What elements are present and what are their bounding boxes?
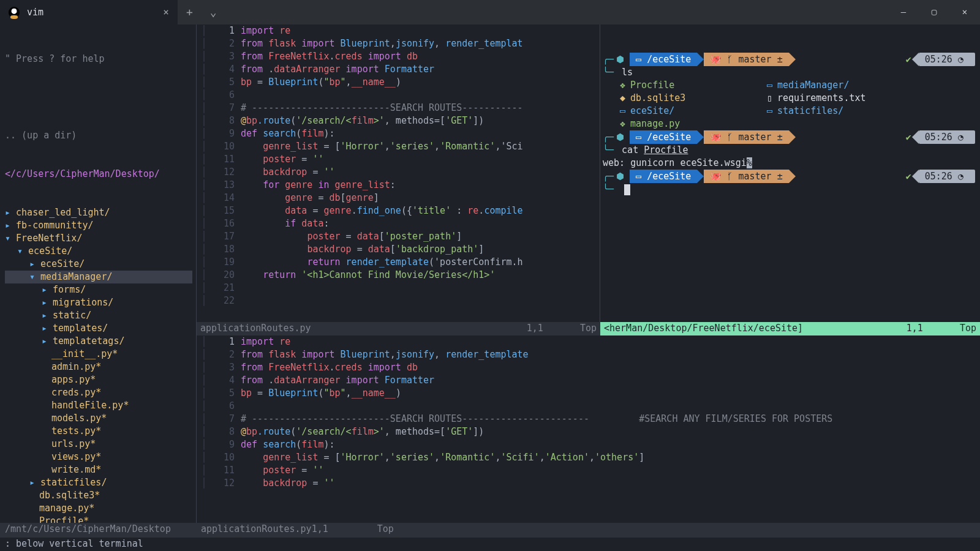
ls-entry: staticfiles/ <box>777 105 843 116</box>
tree-file[interactable]: db.sqlite3* <box>5 489 192 502</box>
tree-folder[interactable]: FreeNetflix/ <box>5 232 192 245</box>
tab-dropdown-icon[interactable]: ⌄ <box>202 4 225 20</box>
ls-entry: Procfile <box>630 80 674 91</box>
status-pos: 1,1 <box>527 322 543 335</box>
window-titlebar: vim × + ⌄ — ▢ ✕ <box>0 0 980 24</box>
minimize-button[interactable]: — <box>888 6 919 18</box>
term-status-pos: 1,1 <box>907 322 923 335</box>
terminal-prompt: ╭─⬢ ▭ /eceSite🐙 ᚶ master ±✔05:26 <box>603 130 975 144</box>
status-ok-icon: ✔ <box>906 53 911 66</box>
file-icon: ▭ <box>620 105 625 116</box>
status-ok-icon: ✔ <box>906 131 911 144</box>
tab-title: vim <box>27 6 43 19</box>
status-ok-icon: ✔ <box>906 170 911 183</box>
tree-folder[interactable]: forms/ <box>5 283 192 296</box>
prompt-hook-icon: ╭─ <box>603 131 614 144</box>
prompt-git-segment: 🐙 ᚶ master ± <box>704 53 788 66</box>
file-icon: ▭ <box>767 105 772 116</box>
terminal-prompt: ╭─⬢ ▭ /eceSite🐙 ᚶ master ±✔05:26 <box>603 53 975 66</box>
tree-folder[interactable]: static/ <box>5 309 192 322</box>
tree-file[interactable]: apps.py* <box>5 373 192 386</box>
tree-file[interactable]: tests.py* <box>5 425 192 438</box>
tree-file[interactable]: Procfile* <box>5 515 192 523</box>
tree-file[interactable]: models.py* <box>5 412 192 425</box>
close-window-button[interactable]: ✕ <box>949 6 980 18</box>
status-scroll: Top <box>580 322 597 335</box>
statusbar-editor-top: applicationRoutes.py 1,1 Top <box>197 322 600 335</box>
window-buttons: — ▢ ✕ <box>888 6 980 18</box>
prompt-time: 05:26 <box>919 53 975 66</box>
file-icon: ❖ <box>620 80 625 91</box>
tree-file[interactable]: handleFile.py* <box>5 399 192 412</box>
prompt-git-segment: 🐙 ᚶ master ± <box>704 130 788 144</box>
tree-folder[interactable]: chaser_led_light/ <box>5 206 192 219</box>
terminal-input-line[interactable]: ╰─ ls <box>603 66 975 79</box>
status-filename-bottom: applicationRoutes.py <box>201 523 312 538</box>
term-status-path: <herMan/Desktop/FreeNetflix/eceSite] <box>604 322 803 335</box>
vim-command-line[interactable]: : below vertical terminal <box>0 538 980 551</box>
maximize-button[interactable]: ▢ <box>919 6 949 18</box>
prompt-time: 05:26 <box>919 170 975 183</box>
terminal-cursor <box>624 184 630 195</box>
line-numbers: 12345678910111213141516171819202122 <box>211 24 241 322</box>
tree-folder[interactable]: mediaManager/ <box>5 271 192 283</box>
cat-output: web: gunicorn eceSite.wsgi% <box>603 157 975 170</box>
tab-close-icon[interactable]: × <box>163 6 169 19</box>
tree-file[interactable]: manage.py* <box>5 502 192 515</box>
statusbar-bottom: /mnt/c/Users/CipherMan/Desktop applicati… <box>0 523 980 538</box>
tree-file[interactable]: creds.py* <box>5 386 192 399</box>
ls-entry: manage.py <box>630 118 680 129</box>
prompt-git-segment: 🐙 ᚶ master ± <box>704 170 788 183</box>
fold-column: ││││││││││││││││││││││ <box>197 24 211 322</box>
status-pos-bottom: 1,1 <box>312 523 328 538</box>
prompt-hook-icon: ╭─ <box>603 53 614 66</box>
ls-output: ❖Procfile▭mediaManager/◆db.sqlite3▯requi… <box>603 79 975 130</box>
prompt-path-segment: ▭ /eceSite <box>630 130 697 144</box>
code-area-top[interactable]: import refrom flask import Blueprint,jso… <box>241 24 600 322</box>
file-icon: ◆ <box>620 92 625 103</box>
tree-help-hint: " Press ? for help <box>5 53 192 66</box>
tree-file[interactable]: __init__.py* <box>5 348 192 361</box>
ls-entry: eceSite/ <box>630 105 674 116</box>
status-tree-path: /mnt/c/Users/CipherMan/Desktop <box>0 523 196 538</box>
fold-column: ││││││││││││ <box>197 335 211 523</box>
line-numbers: 123456789101112 <box>211 335 241 523</box>
editor-pane-bottom[interactable]: ││││││││││││ 123456789101112 import refr… <box>197 335 980 523</box>
file-icon: ❖ <box>620 118 625 129</box>
tux-icon <box>9 7 20 18</box>
tree-root[interactable]: </c/Users/CipherMan/Desktop/ <box>5 168 192 181</box>
terminal-tab[interactable]: vim × <box>0 0 178 24</box>
status-scroll-bottom: Top <box>377 523 394 538</box>
prompt-time: 05:26 <box>919 130 975 144</box>
tree-file[interactable]: admin.py* <box>5 361 192 373</box>
statusbar-terminal: <herMan/Desktop/FreeNetflix/eceSite] 1,1… <box>600 322 980 335</box>
file-icon: ▯ <box>767 92 772 103</box>
code-area-bottom[interactable]: import refrom flask import Blueprint,jso… <box>241 335 980 523</box>
tree-folder[interactable]: staticfiles/ <box>5 476 192 489</box>
tree-folder[interactable]: migrations/ <box>5 296 192 309</box>
terminal-prompt: ╭─⬢ ▭ /eceSite🐙 ᚶ master ±✔05:26 <box>603 170 975 183</box>
tree-up-dir[interactable]: .. (up a dir) <box>5 129 192 142</box>
prompt-hook-icon: ╭─ <box>603 170 614 183</box>
status-filename: applicationRoutes.py <box>200 322 311 335</box>
terminal-pane[interactable]: ╭─⬢ ▭ /eceSite🐙 ᚶ master ±✔05:26 ╰─ ls❖P… <box>600 24 980 322</box>
tree-folder[interactable]: fb-communitty/ <box>5 219 192 232</box>
ls-entry: mediaManager/ <box>777 80 849 91</box>
terminal-input-line[interactable]: ╰─ <box>603 183 975 196</box>
tree-file[interactable]: views.py* <box>5 451 192 463</box>
tree-file[interactable]: write.md* <box>5 463 192 476</box>
prompt-path-segment: ▭ /eceSite <box>630 170 697 183</box>
tree-folder[interactable]: eceSite/ <box>5 258 192 271</box>
ls-entry: db.sqlite3 <box>630 92 685 103</box>
tree-folder[interactable]: templates/ <box>5 322 192 335</box>
term-status-scroll: Top <box>960 322 976 335</box>
tree-folder[interactable]: templatetags/ <box>5 335 192 348</box>
terminal-input-line[interactable]: ╰─ cat Procfile <box>603 144 975 157</box>
ls-entry: requirements.txt <box>777 92 866 103</box>
tree-file[interactable]: urls.py* <box>5 438 192 451</box>
file-tree[interactable]: " Press ? for help .. (up a dir) </c/Use… <box>0 24 196 523</box>
editor-pane-top[interactable]: ││││││││││││││││││││││ 12345678910111213… <box>197 24 600 322</box>
new-tab-button[interactable]: + <box>178 4 202 20</box>
tree-folder[interactable]: eceSite/ <box>5 245 192 258</box>
prompt-path-segment: ▭ /eceSite <box>630 53 697 66</box>
